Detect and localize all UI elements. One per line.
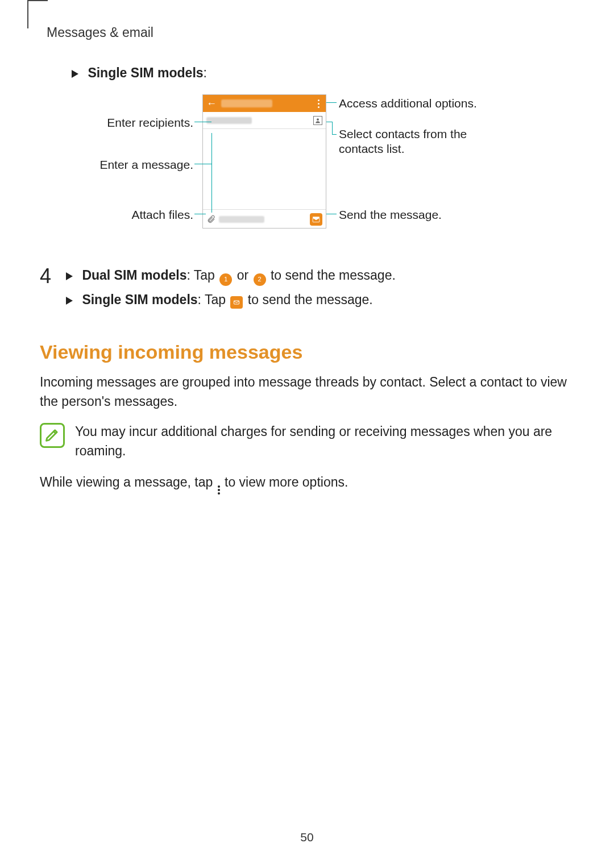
single-text-before: : Tap (198, 292, 230, 307)
section-header: Messages & email (47, 25, 574, 40)
send-button-icon (310, 213, 322, 226)
callout-access-options: Access additional options. (339, 97, 477, 110)
connector-line (194, 122, 211, 122)
paperclip-icon (206, 215, 215, 224)
viewing-heading: Viewing incoming messages (40, 341, 574, 363)
callout-enter-recipients: Enter recipients. (40, 116, 193, 130)
single-sim-colon: : (204, 65, 207, 80)
connector-line (211, 133, 212, 213)
phone-recipients-row (203, 112, 326, 129)
single-sim-heading: Single SIM models: (72, 65, 574, 81)
margin-line-vertical (27, 0, 28, 28)
back-arrow-icon: ← (206, 98, 217, 110)
single-sim-bold: Single SIM models (82, 292, 197, 307)
step-number: 4 (40, 265, 66, 314)
note-block: You may incur additional charges for sen… (40, 422, 574, 461)
connector-line (194, 164, 211, 164)
phone-header: ← (203, 95, 326, 112)
more-options-icon (314, 99, 322, 108)
while-viewing-line: While viewing a message, tap to view mor… (40, 472, 574, 495)
triangle-bullet-icon (66, 297, 73, 305)
page-number: 50 (0, 830, 614, 844)
callout-select-contacts-l1: Select contacts from the (339, 127, 467, 141)
sim2-send-icon: 2 (254, 273, 266, 286)
triangle-bullet-icon (66, 272, 73, 280)
connector-line (332, 122, 333, 134)
triangle-bullet-icon (72, 70, 78, 78)
sim1-send-icon: 1 (219, 273, 232, 286)
callout-send-message: Send the message. (339, 208, 442, 222)
dual-text-or: or (233, 268, 252, 283)
compose-diagram: ← Enter recipients. (40, 94, 574, 248)
callout-enter-message: Enter a message. (40, 158, 193, 172)
viewing-paragraph: Incoming messages are grouped into messa… (40, 372, 574, 412)
connector-line (332, 134, 337, 135)
margin-line-horizontal (27, 0, 48, 1)
more-options-icon (218, 485, 220, 495)
connector-line (326, 102, 337, 103)
dual-text-after: to send the message. (267, 268, 396, 283)
recipients-placeholder-blur (206, 117, 252, 124)
svg-point-0 (317, 118, 319, 121)
while-before: While viewing a message, tap (40, 475, 217, 489)
single-text-after: to send the message. (244, 292, 372, 307)
dual-sim-row: Dual SIM models: Tap 1 or 2 to send the … (66, 265, 574, 286)
dual-text-before: : Tap (186, 268, 218, 283)
callout-select-contacts-l2: contacts list. (339, 142, 405, 156)
callout-attach-files: Attach files. (40, 208, 193, 222)
send-icon (230, 296, 243, 309)
connector-line (326, 122, 332, 122)
single-sim-label: Single SIM models (88, 65, 203, 80)
dual-sim-bold: Dual SIM models (82, 268, 186, 283)
note-text: You may incur additional charges for sen… (75, 422, 574, 461)
contacts-picker-icon (313, 116, 322, 125)
phone-mock: ← (202, 94, 326, 229)
message-placeholder-blur (219, 216, 264, 223)
phone-title-blur (221, 99, 272, 107)
single-sim-row: Single SIM models: Tap to send the messa… (66, 289, 574, 310)
connector-line (194, 214, 206, 214)
while-after: to view more options. (221, 475, 349, 489)
step-body: Dual SIM models: Tap 1 or 2 to send the … (66, 265, 574, 314)
phone-footer (203, 210, 326, 229)
note-icon (40, 423, 65, 448)
connector-line (326, 214, 337, 214)
step-4: 4 Dual SIM models: Tap 1 or 2 to send th… (40, 265, 574, 314)
phone-message-body (203, 129, 326, 210)
manual-page: Messages & email Single SIM models: ← (0, 0, 614, 868)
